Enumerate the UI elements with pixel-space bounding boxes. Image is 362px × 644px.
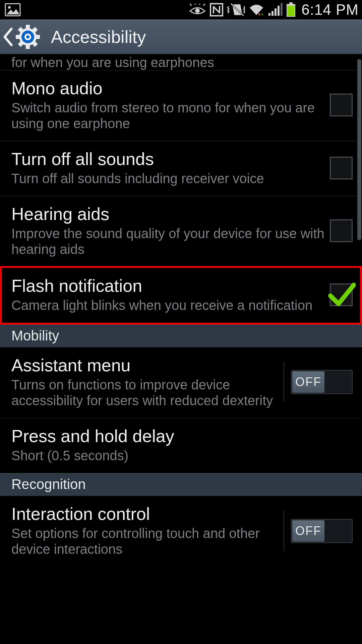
- svg-point-2: [195, 8, 200, 13]
- nfc-icon: [209, 3, 224, 17]
- toggle-knob: OFF: [292, 371, 324, 393]
- wifi-icon: [248, 3, 264, 16]
- svg-rect-14: [275, 8, 277, 16]
- svg-point-31: [26, 35, 29, 39]
- action-bar: Accessibility: [0, 19, 362, 54]
- checkbox-mono-audio[interactable]: [330, 94, 353, 116]
- battery-icon: [286, 2, 296, 17]
- smart-stay-icon: [189, 4, 206, 16]
- row-flash-notification[interactable]: Flash notification Camera light blinks w…: [0, 266, 362, 325]
- row-control: OFF: [284, 362, 353, 402]
- svg-rect-13: [272, 11, 274, 16]
- row-title: Flash notification: [11, 276, 324, 296]
- row-subtitle: Camera light blinks when you receive a n…: [11, 298, 324, 313]
- toggle-knob: OFF: [292, 520, 324, 542]
- row-text: Press and hold delay Short (0.5 seconds): [11, 426, 353, 464]
- status-right: 6:14 PM: [189, 1, 359, 18]
- status-clock: 6:14 PM: [301, 1, 359, 18]
- svg-rect-17: [289, 2, 293, 4]
- checkbox-turn-off-sounds[interactable]: [330, 157, 353, 179]
- svg-marker-11: [262, 13, 263, 16]
- checkbox-hearing-aids[interactable]: [330, 219, 353, 242]
- row-title: Press and hold delay: [11, 426, 347, 446]
- back-icon: [2, 28, 13, 46]
- back-button[interactable]: [2, 20, 47, 54]
- row-interaction-control[interactable]: Interaction control Set options for cont…: [0, 496, 362, 567]
- row-turn-off-sounds[interactable]: Turn off all sounds Turn off all sounds …: [0, 141, 362, 196]
- row-text: Mono audio Switch audio from stereo to m…: [11, 78, 330, 131]
- row-subtitle: Set options for controlling touch and ot…: [11, 526, 278, 557]
- signal-icon: [268, 3, 283, 16]
- separator: [284, 362, 284, 402]
- row-subtitle: Short (0.5 seconds): [11, 448, 347, 464]
- row-subtitle: Turns on functions to improve device acc…: [11, 377, 278, 409]
- section-mobility: Mobility: [0, 325, 362, 347]
- svg-line-3: [190, 4, 191, 6]
- row-title: Turn off all sounds: [11, 149, 324, 169]
- svg-line-6: [203, 4, 205, 6]
- svg-rect-15: [278, 6, 280, 16]
- row-mono-audio[interactable]: Mono audio Switch audio from stereo to m…: [0, 70, 362, 141]
- svg-rect-12: [268, 13, 270, 16]
- page-title: Accessibility: [51, 27, 146, 47]
- cutoff-previous-item: for when you are using earphones: [0, 54, 362, 70]
- separator: [284, 511, 284, 551]
- row-text: Hearing aids Improve the sound quality o…: [11, 204, 330, 257]
- row-text: Turn off all sounds Turn off all sounds …: [11, 149, 330, 186]
- svg-line-5: [199, 4, 200, 5]
- status-bar: 6:14 PM: [0, 0, 362, 19]
- row-title: Assistant menu: [11, 356, 278, 376]
- row-assistant-menu[interactable]: Assistant menu Turns on functions to imp…: [0, 347, 362, 418]
- row-title: Interaction control: [11, 504, 278, 524]
- toggle-interaction-control[interactable]: OFF: [291, 519, 353, 543]
- svg-line-4: [195, 4, 195, 5]
- svg-rect-19: [287, 6, 295, 16]
- row-title: Hearing aids: [11, 204, 324, 224]
- checkbox-flash-notification[interactable]: [330, 283, 353, 306]
- row-title: Mono audio: [11, 78, 324, 99]
- settings-list: for when you are using earphones Mono au…: [0, 54, 362, 567]
- row-text: Interaction control Set options for cont…: [11, 504, 284, 557]
- row-text: Assistant menu Turns on functions to imp…: [11, 356, 284, 409]
- settings-gear-icon: [15, 24, 40, 49]
- row-hearing-aids[interactable]: Hearing aids Improve the sound quality o…: [0, 196, 362, 267]
- image-icon: [5, 3, 21, 16]
- scrollbar-thumb[interactable]: [357, 59, 361, 240]
- row-subtitle: Switch audio from stereo to mono for whe…: [11, 100, 324, 131]
- toggle-assistant-menu[interactable]: OFF: [291, 370, 353, 394]
- row-text: Flash notification Camera light blinks w…: [11, 276, 330, 313]
- checkmark-icon: [327, 280, 356, 309]
- vibrate-icon: [227, 2, 245, 17]
- status-left: [5, 3, 21, 16]
- row-subtitle: Turn off all sounds including receiver v…: [11, 171, 324, 186]
- row-subtitle: Improve the sound quality of your device…: [11, 226, 324, 257]
- svg-marker-10: [258, 13, 260, 16]
- row-control: OFF: [284, 511, 353, 551]
- svg-point-1: [8, 6, 11, 9]
- row-press-hold-delay[interactable]: Press and hold delay Short (0.5 seconds): [0, 418, 362, 473]
- svg-rect-16: [281, 3, 283, 16]
- section-recognition: Recognition: [0, 473, 362, 496]
